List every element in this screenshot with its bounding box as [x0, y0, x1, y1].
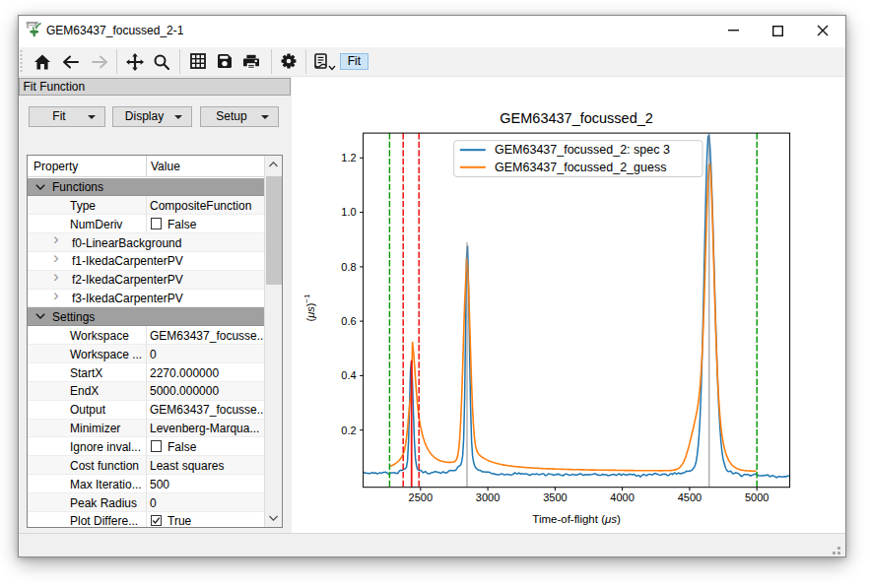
svg-text:0.8: 0.8 — [341, 260, 356, 272]
svg-text:1.2: 1.2 — [341, 152, 356, 163]
svg-text:GEM63437_focussed_2_guess: GEM63437_focussed_2_guess — [495, 160, 666, 173]
svg-text:3000: 3000 — [476, 491, 500, 503]
svg-text:5000: 5000 — [745, 491, 769, 503]
svg-text:0.4: 0.4 — [341, 369, 356, 381]
svg-text:3500: 3500 — [543, 491, 567, 503]
svg-text:0.2: 0.2 — [341, 424, 356, 435]
svg-text:GEM63437_focussed_2: GEM63437_focussed_2 — [500, 110, 653, 126]
svg-text:4000: 4000 — [610, 491, 634, 503]
svg-text:1.0: 1.0 — [341, 206, 356, 218]
svg-text:2500: 2500 — [409, 491, 433, 503]
svg-text:4500: 4500 — [678, 491, 702, 503]
svg-text:GEM63437_focussed_2: spec 3: GEM63437_focussed_2: spec 3 — [495, 143, 670, 157]
svg-text:0.6: 0.6 — [341, 314, 356, 326]
svg-text:Time-of-flight (μs): Time-of-flight (μs) — [532, 512, 621, 524]
